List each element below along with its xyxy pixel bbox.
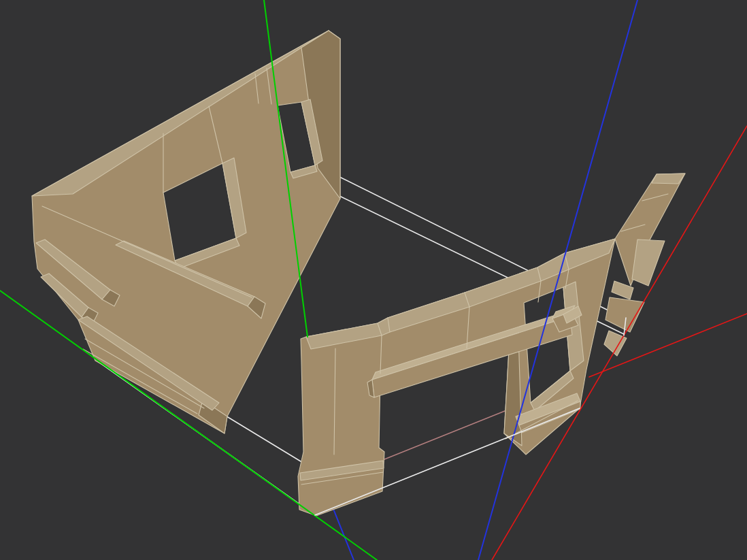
3d-scene-canvas[interactable] — [0, 0, 747, 560]
3d-editor-viewport[interactable] — [0, 0, 747, 560]
